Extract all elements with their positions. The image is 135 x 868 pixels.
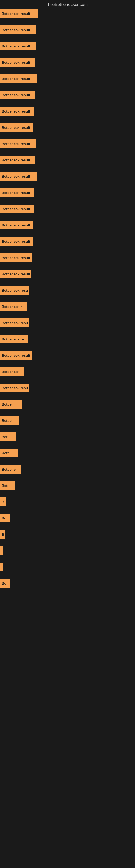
bar-label: Bottleneck result bbox=[2, 109, 30, 113]
bar-row: Bot bbox=[0, 432, 135, 441]
bar-label: Bottleneck result bbox=[2, 61, 30, 65]
bar-row: Bottleneck result bbox=[0, 58, 135, 67]
bar-label: Bottleneck result bbox=[2, 175, 30, 179]
bottleneck-bar: Bot bbox=[0, 481, 15, 490]
bottleneck-bar: Bottleneck result bbox=[0, 205, 34, 213]
bar-label: Bottleneck resu bbox=[2, 288, 28, 292]
bar-label: Bottleneck result bbox=[2, 191, 30, 195]
bar-label: Bottlen bbox=[2, 402, 14, 406]
bottleneck-bar: Bottleneck bbox=[0, 367, 24, 376]
bottleneck-bar: Bottleneck result bbox=[0, 58, 35, 67]
bar-label: Bottleneck bbox=[2, 370, 19, 374]
bar-row: Bottl bbox=[0, 448, 135, 457]
bar-row: Bottleneck result bbox=[0, 156, 135, 164]
bar-label: Bottleneck result bbox=[2, 142, 30, 146]
bar-label: Bo bbox=[2, 581, 6, 585]
bar-row: Bottleneck result bbox=[0, 237, 135, 246]
bar-row: Bottleneck result bbox=[0, 74, 135, 83]
bar-label: Bottleneck resu bbox=[2, 386, 28, 390]
bottleneck-bar: Bot bbox=[0, 432, 16, 441]
bottleneck-bar bbox=[0, 546, 3, 555]
bottleneck-bar: Bottleneck resu bbox=[0, 318, 29, 327]
bar-row: Bottleneck result bbox=[0, 188, 135, 197]
bar-label: Bottleneck result bbox=[2, 126, 30, 130]
bar-row: Bottleneck result bbox=[0, 172, 135, 181]
bar-row: Bottlen bbox=[0, 400, 135, 408]
bar-row: Bottleneck result bbox=[0, 9, 135, 18]
bar-row: Bottleneck bbox=[0, 367, 135, 376]
bottleneck-bar: Bottleneck result bbox=[0, 9, 38, 18]
bar-row bbox=[0, 546, 135, 555]
bar-label: Bottleneck result bbox=[2, 44, 30, 48]
bottleneck-bar: Bottleneck result bbox=[0, 188, 34, 197]
bar-label: Bottleneck result bbox=[2, 223, 30, 227]
bar-row: Bottleneck result bbox=[0, 107, 135, 116]
bar-row: Bottleneck r bbox=[0, 302, 135, 311]
bottleneck-bar: Bottlen bbox=[0, 400, 21, 408]
bottleneck-bar: Bottleneck result bbox=[0, 253, 32, 262]
bar-row: Bottleneck result bbox=[0, 270, 135, 278]
bottleneck-bar: Bottleneck resu bbox=[0, 383, 29, 392]
bar-label: Bottleneck result bbox=[2, 158, 30, 162]
bar-row: Bottleneck result bbox=[0, 42, 135, 51]
bar-label: Bottleneck result bbox=[2, 240, 30, 244]
bar-row: Bottleneck result bbox=[0, 123, 135, 132]
bar-label: Bo bbox=[2, 516, 6, 520]
bar-row: Bottleneck result bbox=[0, 205, 135, 213]
bottleneck-bar: Bottleneck result bbox=[0, 351, 32, 360]
bar-label: Bottleneck re bbox=[2, 337, 24, 341]
bar-row: B bbox=[0, 497, 135, 506]
bottleneck-bar: Bo bbox=[0, 579, 10, 588]
bar-label: Bottl bbox=[2, 451, 10, 455]
bar-row: Bottleneck resu bbox=[0, 318, 135, 327]
bar-row: Bottleneck resu bbox=[0, 383, 135, 392]
bottleneck-bar: Bottleneck resu bbox=[0, 286, 29, 294]
bottleneck-bar: Bottleneck result bbox=[0, 172, 37, 181]
bar-label: Bottleneck result bbox=[2, 28, 30, 32]
bar-row: Bottlene bbox=[0, 465, 135, 474]
bottleneck-bar bbox=[0, 563, 3, 571]
bar-label: Bottleneck result bbox=[2, 207, 30, 211]
bar-label: Bottleneck r bbox=[2, 305, 22, 309]
bar-row: Bottle bbox=[0, 416, 135, 425]
bar-row: Bottleneck result bbox=[0, 26, 135, 34]
bar-row: Bot bbox=[0, 481, 135, 490]
bottleneck-bar: Bottleneck result bbox=[0, 26, 37, 34]
bar-label: Bottleneck result bbox=[2, 77, 30, 81]
bottleneck-bar: Bottleneck result bbox=[0, 156, 35, 164]
bottleneck-bar: Bottleneck r bbox=[0, 302, 27, 311]
bottleneck-bar: Bottleneck result bbox=[0, 140, 37, 148]
bar-row: Bottleneck result bbox=[0, 253, 135, 262]
bottleneck-bar: Bottleneck result bbox=[0, 42, 36, 51]
bar-label: Bottleneck result bbox=[2, 353, 30, 358]
bar-row: Bottleneck re bbox=[0, 335, 135, 343]
bottleneck-bar: Bottlene bbox=[0, 465, 21, 474]
bar-label: Bottleneck result bbox=[2, 272, 30, 276]
bar-label: Bottlene bbox=[2, 467, 16, 471]
bar-label: Bot bbox=[2, 484, 8, 488]
bar-label: Bottle bbox=[2, 418, 12, 423]
bar-row: Bottleneck resu bbox=[0, 286, 135, 294]
bar-row: Bottleneck result bbox=[0, 221, 135, 229]
bar-label: Bottleneck result bbox=[2, 256, 30, 260]
bar-row bbox=[0, 563, 135, 571]
bottleneck-bar: Bottleneck result bbox=[0, 107, 34, 116]
bottleneck-bar: Bottleneck result bbox=[0, 221, 33, 229]
bottleneck-bar: Bottleneck result bbox=[0, 237, 33, 246]
bottleneck-bar: Bo bbox=[0, 514, 10, 522]
bar-row: B bbox=[0, 530, 135, 539]
bar-label: Bottleneck resu bbox=[2, 321, 28, 325]
bar-row: Bottleneck result bbox=[0, 140, 135, 148]
bottleneck-bar: Bottl bbox=[0, 448, 17, 457]
site-title: TheBottlenecker.com bbox=[0, 0, 135, 9]
bar-row: Bo bbox=[0, 579, 135, 588]
bottleneck-bar: B bbox=[0, 497, 6, 506]
bottleneck-bar: Bottleneck result bbox=[0, 270, 31, 278]
bar-row: Bo bbox=[0, 514, 135, 522]
bar-row: Bottleneck result bbox=[0, 351, 135, 360]
bottleneck-bar: Bottleneck result bbox=[0, 123, 34, 132]
bar-label: Bottleneck result bbox=[2, 12, 30, 16]
bar-label: B bbox=[2, 532, 4, 536]
bottleneck-bar: Bottle bbox=[0, 416, 19, 425]
bar-label: Bottleneck result bbox=[2, 93, 30, 97]
